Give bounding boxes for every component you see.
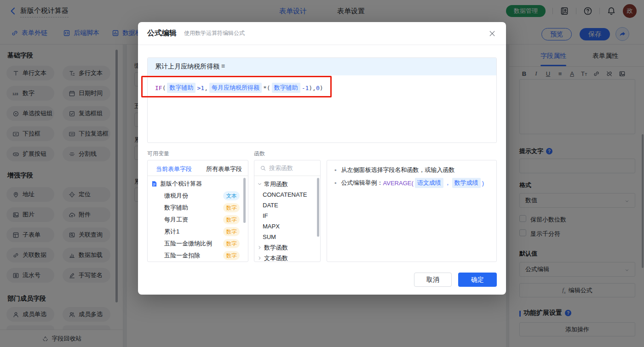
chevron-down-icon [257, 182, 262, 187]
variables-label: 可用变量 [147, 150, 169, 158]
tips-panel: •从左侧面板选择字段名和函数，或输入函数 •公式编辑举例：AVERAGE(语文成… [327, 160, 497, 262]
modal-subtitle: 使用数学运算符编辑公式 [184, 29, 245, 37]
modal-title: 公式编辑 [147, 28, 177, 38]
variables-panel: 当前表单字段 所有表单字段 新版个税计算器缴税月份文本数字辅助数字每月工资数字累… [147, 160, 248, 262]
formula-edit-modal: 公式编辑 使用数学运算符编辑公式 累计上月应纳税所得额 = IF(数字辅助>1,… [138, 22, 506, 295]
close-icon[interactable] [489, 30, 496, 37]
field-type-tag: 数字 [223, 251, 240, 260]
variables-scrollbar[interactable] [243, 178, 246, 223]
tab-all-form-fields[interactable]: 所有表单字段 [206, 165, 242, 173]
variables-root[interactable]: 新版个税计算器 [151, 178, 202, 190]
formula-target: 累计上月应纳税所得额 = [148, 58, 496, 75]
tab-current-form-fields[interactable]: 当前表单字段 [156, 165, 192, 173]
tip-line-1: •从左侧面板选择字段名和函数，或输入函数 [334, 166, 455, 174]
confirm-button[interactable]: 确定 [458, 273, 497, 287]
modal-header: 公式编辑 使用数学运算符编辑公式 [138, 22, 506, 45]
annotation-red-box [141, 76, 332, 97]
functions-scrollbar[interactable] [317, 178, 319, 237]
function-item[interactable]: SUM [263, 232, 276, 242]
chevron-right-icon [257, 256, 262, 261]
function-item[interactable]: DATE [263, 200, 278, 210]
tip-line-2: •公式编辑举例：AVERAGE(语文成绩，数学成绩) [334, 178, 484, 188]
function-group[interactable]: 文本函数 [257, 253, 288, 263]
function-item[interactable]: MAPX [263, 221, 280, 232]
field-type-tag: 数字 [223, 239, 240, 248]
cancel-button[interactable]: 取消 [414, 273, 452, 287]
functions-label: 函数 [254, 150, 265, 158]
functions-panel: 搜索函数 常用函数CONCATENATEDATEIFMAPXSUM数学函数文本函… [254, 160, 321, 262]
field-type-tag: 数字 [223, 215, 240, 224]
function-item[interactable]: CONCATENATE [263, 189, 307, 200]
chevron-right-icon [257, 245, 262, 250]
example-chip: 数学成绩 [452, 178, 481, 188]
example-chip: 语文成绩 [415, 178, 443, 188]
function-group[interactable]: 常用函数 [257, 179, 288, 189]
variables-tabs: 当前表单字段 所有表单字段 [148, 160, 248, 176]
search-placeholder: 搜索函数 [269, 164, 293, 172]
field-type-tag: 文本 [223, 191, 240, 200]
doc-icon [151, 181, 157, 187]
formula-box: 累计上月应纳税所得额 = IF(数字辅助>1,每月应纳税所得额*(数字辅助-1)… [147, 57, 497, 143]
field-type-tag: 数字 [223, 227, 240, 236]
function-item[interactable]: IF [263, 210, 268, 221]
field-type-tag: 数字 [223, 203, 240, 212]
function-group[interactable]: 数学函数 [257, 242, 288, 253]
function-search[interactable]: 搜索函数 [254, 160, 320, 176]
